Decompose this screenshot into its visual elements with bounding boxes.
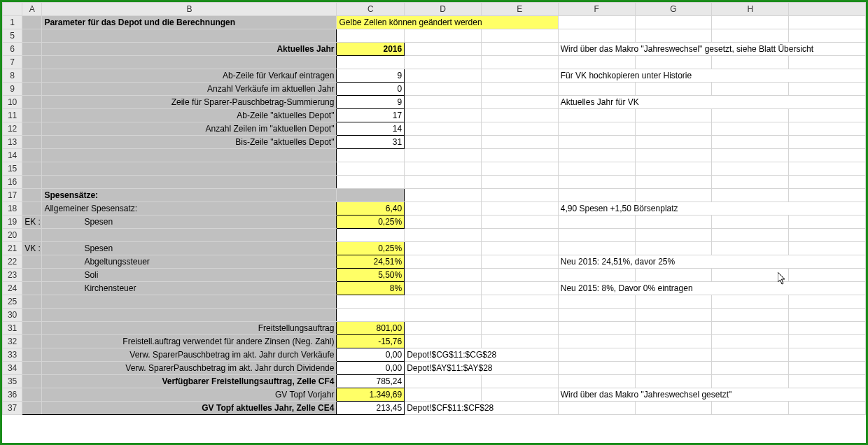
row-header[interactable]: 10 xyxy=(3,96,22,109)
cell-C22[interactable]: 24,51% xyxy=(337,255,405,269)
cell[interactable] xyxy=(22,176,42,189)
column-headers[interactable]: A B C D E F G H xyxy=(3,3,866,16)
cell-B36[interactable]: GV Topf Vorjahr xyxy=(42,388,337,402)
cell[interactable] xyxy=(405,216,482,229)
cell-D34[interactable]: Depot!$AY$11:$AY$28 xyxy=(405,362,559,375)
cell[interactable] xyxy=(558,295,635,309)
cell[interactable] xyxy=(405,149,482,162)
cell[interactable] xyxy=(789,335,866,348)
cell[interactable] xyxy=(558,362,635,375)
cell-C24[interactable]: 8% xyxy=(337,282,405,295)
cell[interactable] xyxy=(22,189,42,202)
cell[interactable] xyxy=(481,309,558,322)
cell[interactable] xyxy=(635,216,712,229)
cell-C31[interactable]: 801,00 xyxy=(337,322,405,335)
row-33[interactable]: 33 Verw. SparerPauschbetrag im akt. Jahr… xyxy=(3,348,866,362)
cell[interactable] xyxy=(789,149,866,162)
row-24[interactable]: 24 Kirchensteuer 8% Neu 2015: 8%, Davor … xyxy=(3,282,866,295)
row-13[interactable]: 13 Bis-Zeile "aktuelles Depot" 31 xyxy=(3,136,866,149)
col-header-A[interactable]: A xyxy=(22,3,42,16)
row-header[interactable]: 21 xyxy=(3,242,22,255)
cell[interactable] xyxy=(22,229,42,242)
cell[interactable] xyxy=(789,56,866,69)
row-header[interactable]: 17 xyxy=(3,189,22,202)
cell[interactable] xyxy=(635,16,712,29)
cell[interactable] xyxy=(42,229,337,242)
row-31[interactable]: 31 Freitstellungsauftrag 801,00 xyxy=(3,322,866,335)
cell[interactable] xyxy=(22,362,42,375)
cell[interactable] xyxy=(712,375,789,388)
cell[interactable] xyxy=(789,189,866,202)
cell[interactable] xyxy=(789,242,866,255)
cell[interactable] xyxy=(22,322,42,335)
cell-B17[interactable]: Spesensätze: xyxy=(42,189,337,202)
cell[interactable] xyxy=(789,109,866,122)
cell[interactable] xyxy=(337,29,405,43)
cell-C13[interactable]: 31 xyxy=(337,136,405,149)
cell-C35[interactable]: 785,24 xyxy=(337,375,405,388)
cell[interactable] xyxy=(635,269,712,282)
cell[interactable] xyxy=(712,16,789,29)
cell[interactable] xyxy=(481,322,558,335)
cell[interactable] xyxy=(337,56,405,69)
cell[interactable] xyxy=(22,388,42,402)
cell[interactable] xyxy=(558,348,635,362)
cell[interactable] xyxy=(42,29,337,43)
cell-F22[interactable]: Neu 2015: 24,51%, davor 25% xyxy=(558,255,865,269)
row-17[interactable]: 17 Spesensätze: xyxy=(3,189,866,202)
cell-B18[interactable]: Allgemeiner Spesensatz: xyxy=(42,202,337,216)
row-header[interactable]: 9 xyxy=(3,83,22,96)
cell[interactable] xyxy=(635,122,712,136)
cell[interactable] xyxy=(22,162,42,176)
row-30[interactable]: 30 xyxy=(3,309,866,322)
cell[interactable] xyxy=(789,295,866,309)
cell[interactable] xyxy=(405,96,482,109)
col-header-H[interactable]: H xyxy=(712,3,789,16)
row-header[interactable]: 33 xyxy=(3,348,22,362)
col-header-B[interactable]: B xyxy=(42,3,337,16)
cell[interactable] xyxy=(22,29,42,43)
cell[interactable] xyxy=(481,202,558,216)
cell[interactable] xyxy=(481,335,558,348)
cell-C19[interactable]: 0,25% xyxy=(337,216,405,229)
cell[interactable] xyxy=(22,109,42,122)
cell[interactable] xyxy=(22,69,42,83)
cell-C34[interactable]: 0,00 xyxy=(337,362,405,375)
row-21[interactable]: 21 VK : Spesen 0,25% xyxy=(3,242,866,255)
row-header[interactable]: 19 xyxy=(3,216,22,229)
row-header[interactable]: 13 xyxy=(3,136,22,149)
cell[interactable] xyxy=(405,162,482,176)
cell[interactable] xyxy=(481,388,558,402)
cell[interactable] xyxy=(405,176,482,189)
cell[interactable] xyxy=(42,176,337,189)
cell[interactable] xyxy=(42,149,337,162)
cell[interactable] xyxy=(405,255,482,269)
cell[interactable] xyxy=(22,96,42,109)
cell[interactable] xyxy=(789,309,866,322)
cell-C10[interactable]: 9 xyxy=(337,96,405,109)
cell-C33[interactable]: 0,00 xyxy=(337,348,405,362)
cell[interactable] xyxy=(789,362,866,375)
cell[interactable] xyxy=(481,176,558,189)
row-37[interactable]: 37 GV Topf aktuelles Jahr, Zelle CE4 213… xyxy=(3,402,866,415)
cell[interactable] xyxy=(635,162,712,176)
row-header[interactable]: 22 xyxy=(3,255,22,269)
row-header[interactable]: 6 xyxy=(3,43,22,56)
cell[interactable] xyxy=(712,56,789,69)
row-25[interactable]: 25 xyxy=(3,295,866,309)
cell[interactable] xyxy=(558,189,635,202)
cell[interactable] xyxy=(789,176,866,189)
cell-C32[interactable]: -15,76 xyxy=(337,335,405,348)
row-header[interactable]: 7 xyxy=(3,56,22,69)
row-23[interactable]: 23 Soli 5,50% xyxy=(3,269,866,282)
cell[interactable] xyxy=(22,309,42,322)
cell[interactable] xyxy=(635,229,712,242)
cell[interactable] xyxy=(712,362,789,375)
cell-C11[interactable]: 17 xyxy=(337,109,405,122)
cell[interactable] xyxy=(337,295,405,309)
cell[interactable] xyxy=(789,375,866,388)
cell-D33[interactable]: Depot!$CG$11:$CG$28 xyxy=(405,348,559,362)
cell[interactable] xyxy=(558,176,635,189)
row-header[interactable]: 35 xyxy=(3,375,22,388)
cell[interactable] xyxy=(558,309,635,322)
